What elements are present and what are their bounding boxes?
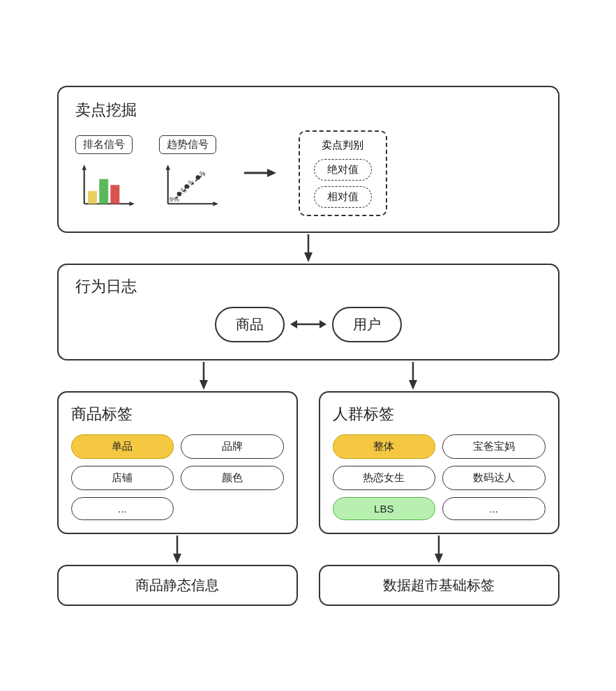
product-tag-title: 商品标签 (71, 404, 284, 425)
arrow-source-product (57, 534, 298, 565)
trend-signal-label: 趋势信号 (159, 135, 216, 154)
tag-single: 单品 (71, 434, 174, 459)
maidian-box: 卖点挖掘 排名信号 (57, 86, 559, 233)
source-product-box: 商品静态信息 (57, 565, 298, 606)
svg-marker-31 (173, 554, 181, 563)
tag-brand: 品牌 (181, 434, 284, 459)
xingwei-content: 商品 用户 (75, 307, 541, 342)
svg-marker-23 (290, 320, 297, 328)
svg-rect-6 (110, 185, 119, 204)
xingwei-title: 行为日志 (75, 276, 541, 297)
ranking-signal-label: 排名信号 (75, 135, 133, 154)
tag-digital: 数码达人 (442, 466, 546, 490)
svg-marker-10 (213, 202, 218, 206)
svg-marker-22 (304, 252, 313, 262)
judge-title: 卖点判别 (314, 139, 372, 152)
source-product-label: 商品静态信息 (135, 577, 219, 593)
crowd-tag-box: 人群标签 整体 宝爸宝妈 热恋女生 数码达人 LBS ... (319, 391, 559, 534)
tag-etc2: ... (442, 497, 546, 520)
svg-marker-27 (200, 380, 208, 390)
double-arrow (285, 314, 332, 335)
maidian-title: 卖点挖掘 (75, 100, 541, 121)
svg-marker-3 (129, 202, 135, 206)
svg-rect-4 (88, 190, 97, 203)
svg-marker-33 (435, 554, 443, 563)
svg-marker-20 (267, 169, 276, 177)
tag-etc: ... (71, 497, 174, 520)
user-pill: 用户 (332, 307, 402, 342)
crowd-tag-title: 人群标签 (333, 404, 546, 425)
svg-marker-29 (409, 380, 417, 390)
maidian-judge-box: 卖点判别 绝对值 相对值 (299, 130, 387, 216)
crowd-tag-grid: 整体 宝爸宝妈 热恋女生 数码达人 LBS ... (333, 434, 546, 520)
arrow-source-crowd (319, 534, 559, 565)
product-tag-grid: 单品 品牌 店铺 颜色 ... (71, 434, 284, 520)
tag-shop: 店铺 (71, 466, 174, 490)
arrow-maidian-to-xingwei (57, 233, 559, 264)
source-row: 商品静态信息 数据超市基础标签 (57, 565, 559, 606)
svg-rect-5 (99, 179, 108, 204)
source-crowd-box: 数据超市基础标签 (319, 565, 559, 606)
judge-relative: 相对值 (314, 186, 372, 208)
source-arrows-row (57, 534, 559, 565)
product-pill: 商品 (215, 307, 285, 342)
tag-color: 颜色 (181, 466, 284, 490)
bottom-tag-row: 商品标签 单品 品牌 店铺 颜色 ... 人群标签 整体 宝爸宝妈 热恋女生 数… (57, 391, 559, 534)
judge-absolute: 绝对值 (314, 159, 372, 181)
svg-marker-24 (320, 320, 326, 328)
svg-marker-2 (82, 165, 86, 170)
svg-marker-9 (165, 165, 170, 170)
maidian-content: 排名信号 (75, 130, 541, 216)
main-diagram: 卖点挖掘 排名信号 (22, 86, 594, 606)
xingwei-box: 行为日志 商品 用户 (57, 264, 559, 360)
tag-overall: 整体 (333, 434, 436, 459)
tag-lbs: LBS (333, 497, 436, 520)
bar-chart (75, 162, 138, 211)
right-arrow (243, 162, 278, 183)
xingwei-split-arrows (57, 360, 559, 391)
product-tag-box: 商品标签 单品 品牌 店铺 颜色 ... (57, 391, 298, 534)
tag-baobao: 宝爸宝妈 (442, 434, 546, 459)
svg-text:%: % (188, 179, 194, 186)
trend-signal-block: 趋势信号 % % (159, 135, 222, 211)
source-crowd-label: 数据超市基础标签 (383, 577, 495, 593)
svg-text:9%: 9% (169, 195, 179, 203)
ranking-signal-block: 排名信号 (75, 135, 138, 211)
scatter-chart: % % % 9% (159, 162, 222, 211)
tag-love-girl: 热恋女生 (333, 466, 436, 490)
